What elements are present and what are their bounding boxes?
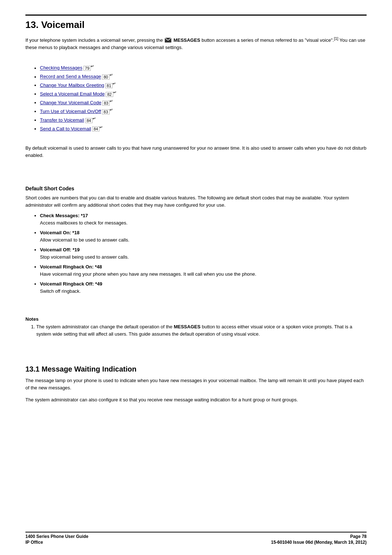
sc-desc: Stop voicemail being used to answer call… <box>40 254 129 260</box>
toc-list: Checking Messages79↵ Record and Send a M… <box>25 64 367 131</box>
page-badge: 81 <box>105 83 113 88</box>
footer-product: 1400 Series Phone User Guide <box>25 534 88 539</box>
sc-title: Voicemail Ringback On: *48 <box>40 264 102 270</box>
toc-link-transfer-voicemail[interactable]: Transfer to Voicemail <box>40 117 84 123</box>
toc-link-checking-messages[interactable]: Checking Messages <box>40 65 82 71</box>
page-badge: 80 <box>102 74 109 80</box>
sc-desc: Access mailboxes to check for messages. <box>40 220 127 226</box>
toc-link-send-call-voicemail[interactable]: Send a Call to Voicemail <box>40 126 91 131</box>
list-item: Turn Use of Voicemail On/Off83↵ <box>40 108 367 114</box>
footnote-ref-1: [1] <box>334 36 338 41</box>
toc-link-voicemail-code[interactable]: Change Your Voicemail Code <box>40 100 101 105</box>
list-item: Voicemail On: *18 Allow voicemail to be … <box>40 229 367 243</box>
list-item: Voicemail Off: *19 Stop voicemail being … <box>40 246 367 260</box>
subchapter-title: 13.1 Message Waiting Indication <box>25 365 367 373</box>
subchapter-para-2: The system administrator can also config… <box>25 396 367 404</box>
page-badge: 83 <box>102 109 109 114</box>
notes-heading: Notes <box>25 316 367 322</box>
list-item: Voicemail Ringback Off: *49 Switch off r… <box>40 280 367 295</box>
page-badge: 82 <box>106 92 113 97</box>
list-item: Voicemail Ringback On: *48 Have voicemai… <box>40 263 367 278</box>
footer-page: Page 78 <box>271 534 367 539</box>
intro-paragraph: If your telephone system includes a voic… <box>25 36 367 51</box>
messages-bold: MESSAGES <box>174 324 201 329</box>
toc-link-mailbox-greeting[interactable]: Change Your Mailbox Greeting <box>40 82 104 88</box>
list-item: Change Your Mailbox Greeting81↵ <box>40 81 367 88</box>
default-short-codes-heading: Default Short Codes <box>25 186 367 191</box>
sc-desc: Switch off ringback. <box>40 288 81 294</box>
list-item: Checking Messages79↵ <box>40 64 367 71</box>
page-badge: 84 <box>92 126 99 131</box>
list-item: Check Messages: *17 Access mailboxes to … <box>40 212 367 226</box>
default-short-codes-intro: Short codes are numbers that you can dia… <box>25 194 367 208</box>
footer-issue: 15-601040 Issue 06d (Monday, March 19, 2… <box>271 540 367 545</box>
sc-title: Voicemail On: *18 <box>40 230 79 235</box>
list-item: Send a Call to Voicemail84↵ <box>40 125 367 132</box>
list-item: The system administrator can change the … <box>36 323 367 337</box>
sc-title: Check Messages: *17 <box>40 213 88 218</box>
footer-brand: IP Office <box>25 540 88 545</box>
subchapter-para-1: The message lamp on your phone is used t… <box>25 377 367 391</box>
list-item: Change Your Voicemail Code83↵ <box>40 99 367 106</box>
toc-link-record-send[interactable]: Record and Send a Message <box>40 74 101 80</box>
list-item: Select a Voicemail Email Mode82↵ <box>40 90 367 97</box>
list-item: Record and Send a Message80↵ <box>40 73 367 80</box>
footer: 1400 Series Phone User Guide IP Office P… <box>25 532 367 545</box>
chapter-title: 13. Voicemail <box>25 15 367 31</box>
messages-icon-inline <box>165 38 171 42</box>
sc-title: Voicemail Off: *19 <box>40 247 80 252</box>
notes-list: The system administrator can change the … <box>25 323 367 337</box>
sc-title: Voicemail Ringback Off: *49 <box>40 281 102 287</box>
page-badge: 83 <box>102 101 110 106</box>
footer-left: 1400 Series Phone User Guide IP Office <box>25 534 88 545</box>
sc-desc: Allow voicemail to be used to answer cal… <box>40 237 129 243</box>
body-paragraph-1: By default voicemail is used to answer c… <box>25 145 367 159</box>
list-item: Transfer to Voicemail84↵ <box>40 116 367 123</box>
short-codes-list: Check Messages: *17 Access mailboxes to … <box>25 212 367 295</box>
footer-right: Page 78 15-601040 Issue 06d (Monday, Mar… <box>271 534 367 545</box>
toc-link-voicemail-onoff[interactable]: Turn Use of Voicemail On/Off <box>40 109 101 114</box>
messages-label: MESSAGES <box>173 37 200 43</box>
notes-section: Notes The system administrator can chang… <box>25 316 367 337</box>
page-badge: 84 <box>85 118 93 123</box>
sc-desc: Have voicemail ring your phone when you … <box>40 271 256 277</box>
toc-link-email-mode[interactable]: Select a Voicemail Email Mode <box>40 91 105 97</box>
page-badge: 79 <box>83 66 91 71</box>
